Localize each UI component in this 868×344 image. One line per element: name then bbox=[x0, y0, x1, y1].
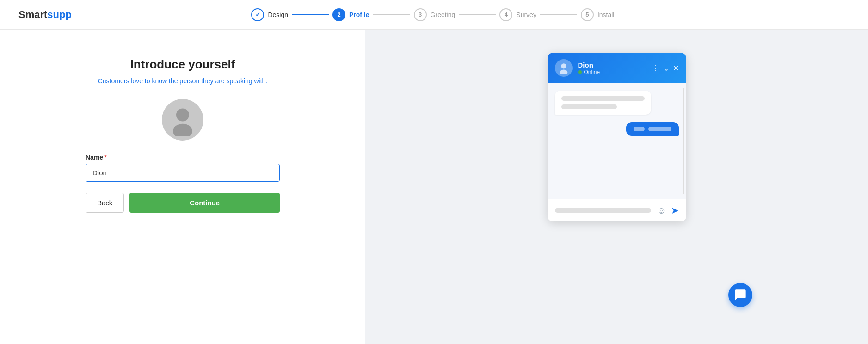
send-icon[interactable]: ➤ bbox=[671, 205, 679, 216]
logo-supp: supp bbox=[47, 9, 72, 21]
step-label-greeting: Greeting bbox=[431, 11, 456, 18]
svg-point-1 bbox=[173, 124, 192, 136]
subtitle-highlight: know bbox=[152, 77, 167, 85]
left-panel: Introduce yourself Customers love to kno… bbox=[0, 30, 365, 344]
more-options-icon[interactable]: ⋮ bbox=[652, 64, 659, 73]
subtitle-start: Customers love to bbox=[98, 77, 152, 85]
step-greeting: 3 Greeting bbox=[414, 8, 456, 21]
chat-header: Dion Online ⋮ ⌄ ✕ bbox=[548, 53, 686, 83]
step-survey: 4 Survey bbox=[499, 8, 536, 21]
right-panel: Dion Online ⋮ ⌄ ✕ bbox=[365, 30, 868, 344]
main: Introduce yourself Customers love to kno… bbox=[0, 30, 868, 344]
chat-footer: ☺ ➤ bbox=[548, 199, 686, 221]
minimize-icon[interactable]: ⌄ bbox=[663, 64, 669, 73]
stepper: ✓ Design 2 Profile 3 Greeting 4 Survey 5… bbox=[225, 8, 641, 21]
button-row: Back Continue bbox=[86, 193, 280, 213]
step-circle-install: 5 bbox=[581, 8, 594, 21]
step-profile: 2 Profile bbox=[332, 8, 369, 21]
chat-footer-icons: ☺ ➤ bbox=[657, 205, 678, 216]
skeleton-line-2 bbox=[561, 104, 617, 109]
form-subtitle: Customers love to know the person they a… bbox=[86, 76, 280, 86]
step-design: ✓ Design bbox=[251, 8, 288, 21]
subtitle-end: the person they are speaking with. bbox=[167, 77, 267, 85]
chat-agent-name: Dion bbox=[578, 61, 646, 69]
name-field-container: Name* bbox=[86, 154, 280, 193]
logo: Smartsupp bbox=[18, 9, 72, 21]
avatar[interactable] bbox=[162, 99, 203, 141]
skeleton-line-1 bbox=[561, 96, 645, 101]
avatar-silhouette bbox=[166, 104, 199, 136]
chat-avatar-icon bbox=[557, 61, 570, 74]
chat-agent-info: Dion Online bbox=[578, 61, 646, 75]
header: Smartsupp ✓ Design 2 Profile 3 Greeting … bbox=[0, 0, 868, 30]
step-label-survey: Survey bbox=[516, 11, 536, 18]
chat-widget-preview: Dion Online ⋮ ⌄ ✕ bbox=[548, 53, 686, 221]
name-input[interactable] bbox=[86, 164, 280, 182]
chat-fab-button[interactable] bbox=[728, 283, 752, 307]
back-button[interactable]: Back bbox=[86, 193, 124, 213]
status-dot bbox=[578, 70, 582, 74]
svg-point-3 bbox=[560, 70, 567, 75]
avatar-container bbox=[86, 99, 280, 141]
step-label-install: Install bbox=[597, 11, 615, 18]
step-circle-profile: 2 bbox=[332, 8, 345, 21]
received-message bbox=[555, 91, 679, 115]
name-label: Name* bbox=[86, 154, 280, 161]
svg-point-2 bbox=[561, 63, 566, 68]
logo-smart: Smart bbox=[18, 9, 47, 21]
step-line-4 bbox=[540, 14, 577, 15]
status-text: Online bbox=[584, 69, 600, 75]
form-container: Introduce yourself Customers love to kno… bbox=[86, 57, 280, 213]
chat-body bbox=[548, 83, 686, 199]
step-circle-survey: 4 bbox=[499, 8, 512, 21]
step-label-profile: Profile bbox=[349, 11, 369, 18]
step-line-1 bbox=[292, 14, 329, 15]
chat-fab-icon bbox=[734, 289, 747, 301]
chat-status: Online bbox=[578, 69, 646, 75]
step-line-2 bbox=[373, 14, 410, 15]
received-bubble bbox=[555, 91, 651, 115]
emoji-icon[interactable]: ☺ bbox=[657, 205, 666, 216]
step-circle-design: ✓ bbox=[251, 8, 264, 21]
chat-agent-avatar bbox=[555, 59, 573, 77]
close-icon[interactable]: ✕ bbox=[673, 64, 679, 73]
step-circle-greeting: 3 bbox=[414, 8, 427, 21]
continue-button[interactable]: Continue bbox=[129, 193, 280, 213]
chat-input-skeleton bbox=[555, 208, 652, 213]
sent-message bbox=[555, 122, 679, 136]
skeleton-sent-1 bbox=[634, 127, 645, 131]
form-title: Introduce yourself bbox=[86, 57, 280, 72]
sent-bubble bbox=[626, 122, 679, 136]
svg-point-0 bbox=[176, 109, 189, 122]
skeleton-sent-2 bbox=[648, 127, 671, 131]
chat-header-actions: ⋮ ⌄ ✕ bbox=[652, 64, 679, 73]
required-star: * bbox=[104, 154, 106, 161]
step-label-design: Design bbox=[268, 11, 288, 18]
step-install: 5 Install bbox=[581, 8, 615, 21]
step-line-3 bbox=[459, 14, 496, 15]
name-label-text: Name bbox=[86, 154, 103, 161]
